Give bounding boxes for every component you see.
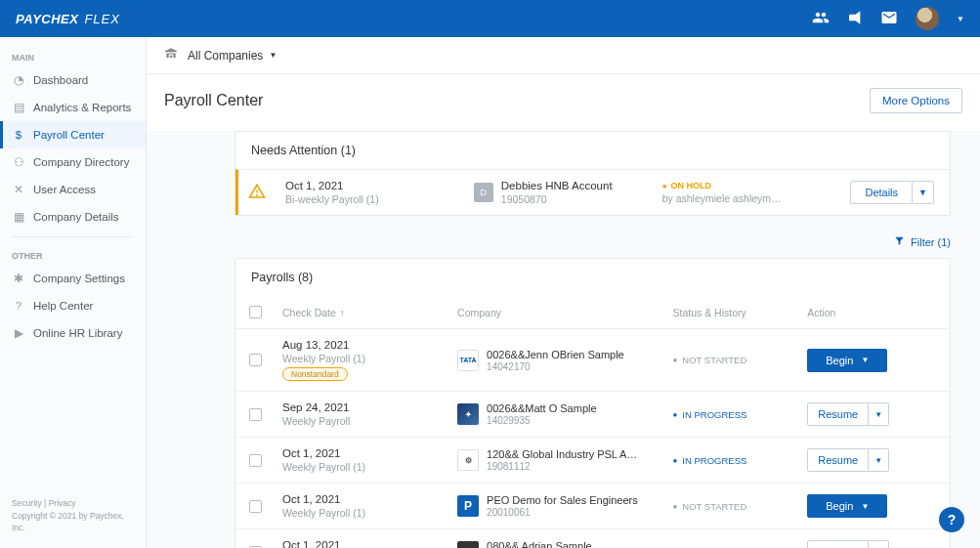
details-button[interactable]: Details xyxy=(850,181,913,204)
row-date: Oct 1, 2021 xyxy=(282,493,457,505)
select-all-checkbox[interactable] xyxy=(249,306,262,318)
table-header: Check Date↑ Company Status & History Act… xyxy=(235,296,950,329)
announcements-icon[interactable] xyxy=(847,10,863,28)
sidebar-item-label: Company Settings xyxy=(33,273,125,284)
row-status: IN PROGRESS xyxy=(672,409,807,420)
topbar-actions: ▼ xyxy=(812,7,964,30)
sidebar-item-help-center[interactable]: ?Help Center xyxy=(0,292,146,319)
help-fab[interactable]: ? xyxy=(939,507,964,532)
row-status: IN PROGRESS xyxy=(672,455,807,466)
company-name: PEO Demo for Sales Engineers xyxy=(487,494,638,506)
attention-date: Oct 1, 2021 xyxy=(285,180,454,191)
sidebar-item-company-details[interactable]: ▦Company Details xyxy=(0,203,146,231)
col-action: Action xyxy=(807,307,942,318)
col-company[interactable]: Company xyxy=(457,307,672,318)
building-icon xyxy=(164,47,178,63)
table-row: Oct 1, 2021Bi-weekly Payroll (1)✦080&& A… xyxy=(235,529,950,548)
sidebar-item-label: Company Directory xyxy=(33,156,129,168)
resume-dropdown-button[interactable]: ▼ xyxy=(869,540,889,548)
row-checkbox[interactable] xyxy=(249,354,262,366)
company-id: 14042170 xyxy=(487,361,624,372)
chevron-down-icon: ▼ xyxy=(861,356,869,364)
sort-asc-icon: ↑ xyxy=(340,307,345,318)
row-sub: Weekly Payroll (1) xyxy=(282,353,457,364)
sidebar-item-label: Company Details xyxy=(33,211,119,223)
brand-name: PAYCHEX xyxy=(16,12,78,26)
company-logo: ✦ xyxy=(457,403,479,425)
begin-button[interactable]: Begin ▼ xyxy=(807,349,887,372)
sidebar-icon: ? xyxy=(12,299,25,313)
company-logo: P xyxy=(457,495,479,517)
attention-sub: Bi-weekly Payroll (1) xyxy=(285,193,454,205)
row-sub: Weekly Payroll xyxy=(282,415,457,427)
begin-button[interactable]: Begin ▼ xyxy=(807,494,887,518)
row-date: Oct 1, 2021 xyxy=(282,447,457,459)
chevron-down-icon: ▼ xyxy=(861,502,869,511)
needs-attention-card: Needs Attention (1) Oct 1, 2021 Bi-weekl… xyxy=(234,131,951,216)
payrolls-heading: Payrolls (8) xyxy=(235,259,950,296)
needs-attention-heading: Needs Attention (1) xyxy=(235,132,950,169)
footer-copyright: Copyright © 2021 by Paychex, Inc. xyxy=(12,511,124,533)
user-avatar[interactable] xyxy=(916,7,939,30)
sidebar-icon: $ xyxy=(12,128,25,142)
more-options-button[interactable]: More Options xyxy=(870,88,962,113)
warning-icon xyxy=(248,183,266,203)
company-selector-bar: All Companies ▼ xyxy=(147,37,980,74)
row-checkbox[interactable] xyxy=(249,500,262,513)
sidebar-item-label: User Access xyxy=(33,184,96,195)
sidebar-item-user-access[interactable]: ✕User Access xyxy=(0,176,146,203)
company-logo: ⚙ xyxy=(457,449,479,471)
brand-suffix: FLEX xyxy=(84,12,120,26)
sidebar-group-label: OTHER xyxy=(0,243,146,265)
company-selector[interactable]: All Companies ▼ xyxy=(188,49,277,63)
attention-row: Oct 1, 2021 Bi-weekly Payroll (1) D Debb… xyxy=(235,169,950,215)
sidebar: MAIN◔Dashboard▤Analytics & Reports$Payro… xyxy=(0,37,147,548)
account-id: 19050870 xyxy=(501,193,613,205)
sidebar-icon: ▤ xyxy=(12,101,25,114)
filter-icon xyxy=(894,235,905,248)
table-row: Sep 24, 2021Weekly Payroll✦0026&&Matt O … xyxy=(235,392,950,438)
row-sub: Weekly Payroll (1) xyxy=(282,461,457,473)
page-header: Payroll Center More Options xyxy=(147,74,980,131)
sidebar-item-label: Online HR Library xyxy=(33,327,122,339)
sidebar-item-company-settings[interactable]: ✱Company Settings xyxy=(0,265,146,292)
resume-dropdown-button[interactable]: ▼ xyxy=(869,402,889,426)
footer-privacy-link[interactable]: Privacy xyxy=(49,498,76,508)
chevron-down-icon: ▼ xyxy=(269,51,277,60)
sidebar-item-payroll-center[interactable]: $Payroll Center xyxy=(0,121,146,148)
attention-by: by ashleymiele ashleym… xyxy=(662,192,831,204)
sidebar-item-analytics-reports[interactable]: ▤Analytics & Reports xyxy=(0,94,146,121)
company-name: 0026&&Matt O Sample xyxy=(487,402,597,414)
resume-button[interactable]: Resume xyxy=(807,448,869,472)
footer-security-link[interactable]: Security xyxy=(12,498,42,508)
col-check-date[interactable]: Check Date↑ xyxy=(282,307,457,318)
company-name: 0026&&Jenn OBrien Sample xyxy=(487,349,624,360)
row-date: Sep 24, 2021 xyxy=(282,401,457,413)
filter-control[interactable]: Filter (1) xyxy=(234,232,951,258)
col-status[interactable]: Status & History xyxy=(672,307,807,318)
resume-button[interactable]: Resume xyxy=(807,540,869,548)
sidebar-item-dashboard[interactable]: ◔Dashboard xyxy=(0,66,146,94)
contacts-icon[interactable] xyxy=(812,9,830,29)
row-checkbox[interactable] xyxy=(249,408,262,421)
row-date: Aug 13, 2021 xyxy=(282,339,457,351)
row-date: Oct 1, 2021 xyxy=(282,539,457,548)
filter-label: Filter (1) xyxy=(911,236,951,248)
messages-icon[interactable] xyxy=(880,9,898,29)
sidebar-icon: ⚇ xyxy=(12,155,25,169)
account-badge: D xyxy=(474,183,493,202)
row-status: NOT STARTED xyxy=(672,501,807,512)
sidebar-icon: ✕ xyxy=(12,183,25,196)
resume-dropdown-button[interactable]: ▼ xyxy=(869,448,889,472)
company-logo: ✦ xyxy=(457,541,479,548)
sidebar-item-company-directory[interactable]: ⚇Company Directory xyxy=(0,148,146,176)
sidebar-item-label: Payroll Center xyxy=(33,129,105,141)
user-menu-caret-icon[interactable]: ▼ xyxy=(957,15,964,23)
resume-button[interactable]: Resume xyxy=(807,402,869,426)
row-checkbox[interactable] xyxy=(249,454,262,467)
sidebar-item-online-hr-library[interactable]: ▶Online HR Library xyxy=(0,319,146,347)
sidebar-item-label: Help Center xyxy=(33,300,93,312)
sidebar-icon: ▦ xyxy=(12,210,25,224)
details-dropdown-button[interactable]: ▼ xyxy=(913,181,934,204)
brand-logo: PAYCHEX FLEX xyxy=(16,12,120,26)
